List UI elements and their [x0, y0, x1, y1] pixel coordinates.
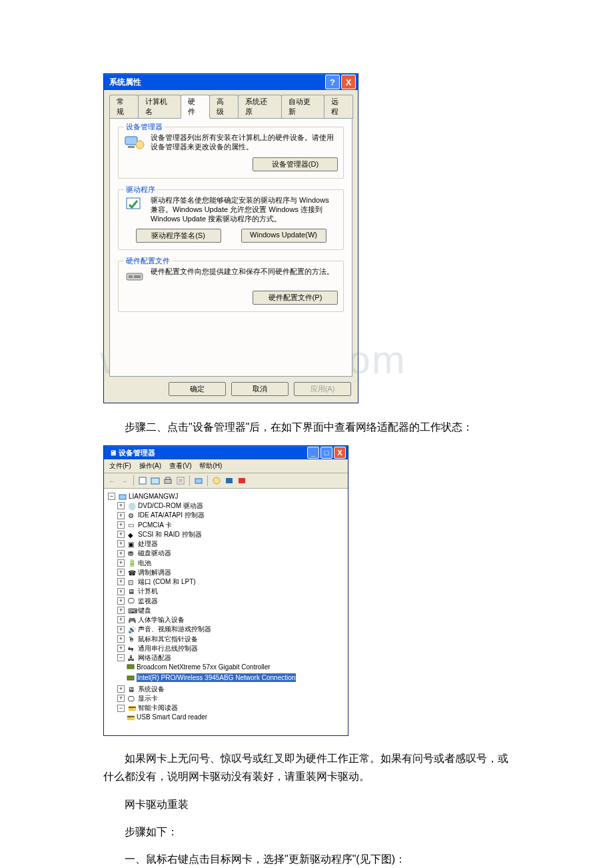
ok-button[interactable]: 确定	[169, 382, 226, 396]
toolbar-properties-icon[interactable]	[175, 475, 186, 486]
toolbar-icon[interactable]	[211, 475, 222, 486]
svg-rect-1	[128, 146, 135, 148]
hardware-profile-icon	[124, 267, 145, 285]
svg-rect-6	[134, 275, 141, 278]
tree-node[interactable]: +🖵显示卡	[117, 694, 158, 703]
toolbar-icon[interactable]	[137, 475, 148, 486]
tree-node[interactable]: +⚙IDE ATA/ATAPI 控制器	[117, 511, 205, 520]
doc-paragraph-result: 如果网卡上无问号、惊叹号或红叉即为硬件工作正常。如果有问号或者感叹号，或什么都没…	[103, 749, 510, 785]
menubar: 文件(F) 操作(A) 查看(V) 帮助(H)	[104, 459, 348, 473]
hardware-profiles-button[interactable]: 硬件配置文件(P)	[253, 291, 338, 305]
driver-signing-icon	[124, 195, 145, 214]
tree-leaf-nic-selected[interactable]: Intel(R) PRO/Wireless 3945ABG Network Co…	[127, 673, 296, 683]
tab-auto-update[interactable]: 自动更新	[281, 95, 325, 119]
menu-view[interactable]: 查看(V)	[167, 461, 194, 471]
device-tree: −LIANGMANGWJ +💿DVD/CD-ROM 驱动器 +⚙IDE ATA/…	[104, 489, 348, 735]
tree-node[interactable]: +💿DVD/CD-ROM 驱动器	[117, 501, 203, 511]
group-text: 设备管理器列出所有安装在计算机上的硬件设备。请使用设备管理器来更改设备的属性。	[151, 133, 338, 152]
cancel-button[interactable]: 取消	[231, 382, 289, 396]
svg-rect-7	[139, 477, 146, 484]
tree-leaf-nic[interactable]: Broadcom NetXtreme 57xx Gigabit Controll…	[127, 663, 271, 672]
toolbar-icon[interactable]	[193, 475, 204, 486]
group-drivers: 驱动程序 驱动程序签名使您能够确定安装的驱动程序与 Windows 兼容。Win…	[118, 189, 344, 251]
driver-signing-button[interactable]: 驱动程序签名(S)	[136, 229, 221, 243]
tree-node[interactable]: +🖥计算机	[117, 587, 158, 596]
tree-node[interactable]: +⛃磁盘驱动器	[117, 549, 171, 558]
group-legend: 设备管理器	[124, 122, 165, 132]
tree-node[interactable]: +🖱鼠标和其它指针设备	[117, 635, 198, 644]
toolbar: ← →	[104, 473, 348, 489]
maximize-button[interactable]: □	[320, 447, 332, 459]
help-button[interactable]: ?	[325, 75, 340, 89]
svg-rect-15	[239, 478, 245, 483]
tree-leaf[interactable]: 💳USB Smart Card reader	[127, 713, 207, 722]
nav-back-icon[interactable]: ←	[107, 475, 117, 486]
tree-node[interactable]: +◆SCSI 和 RAID 控制器	[117, 530, 202, 539]
tree-node[interactable]: +☎调制解调器	[117, 568, 171, 577]
tab-strip: 常规 计算机名 硬件 高级 系统还原 自动更新 远程	[104, 90, 358, 118]
menu-file[interactable]: 文件(F)	[107, 461, 134, 471]
app-icon: 🖥	[109, 449, 117, 457]
tree-node[interactable]: +🖵监视器	[117, 597, 158, 606]
svg-rect-14	[226, 478, 233, 483]
group-legend: 驱动程序	[124, 185, 157, 195]
group-hardware-profiles: 硬件配置文件 硬件配置文件向您提供建立和保存不同硬件配置的方法。 硬件配置文件(…	[118, 261, 344, 312]
svg-rect-18	[127, 676, 134, 680]
dialog-title: 系统属性	[109, 77, 141, 88]
svg-rect-16	[119, 495, 126, 499]
tab-hardware[interactable]: 硬件	[181, 95, 210, 119]
dialog-bottom-buttons: 确定 取消 应用(A)	[104, 382, 358, 403]
tree-node-network[interactable]: −🖧网络适配器	[117, 653, 171, 663]
menu-help[interactable]: 帮助(H)	[197, 461, 225, 471]
doc-paragraph-steps: 步骤如下：	[103, 823, 510, 841]
tab-computer-name[interactable]: 计算机名	[138, 95, 182, 119]
svg-rect-8	[151, 478, 159, 484]
tree-node[interactable]: +🔋电池	[117, 559, 151, 568]
device-manager-icon	[124, 133, 145, 151]
svg-rect-9	[165, 479, 171, 483]
device-manager-window: 🖥 设备管理器 _ □ X 文件(F) 操作(A) 查看(V) 帮助(H) ← …	[103, 445, 348, 736]
tree-node[interactable]: +⊡端口 (COM 和 LPT)	[117, 577, 196, 587]
tree-node-smartcard[interactable]: −💳智能卡阅读器	[117, 703, 178, 713]
tree-node[interactable]: +🔊声音、视频和游戏控制器	[117, 625, 211, 634]
tree-node[interactable]: +⌨键盘	[117, 606, 151, 615]
close-button[interactable]: X	[341, 75, 356, 89]
tree-node[interactable]: +▭PCMCIA 卡	[117, 521, 172, 530]
device-manager-button[interactable]: 设备管理器(D)	[253, 157, 338, 171]
doc-paragraph-step1: 一、鼠标右键点击目标网卡，选择"更新驱动程序"(见下图)：	[103, 850, 510, 868]
apply-button[interactable]: 应用(A)	[294, 382, 351, 396]
tab-panel: 设备管理器 设备管理器列出所有安装在计算机上的硬件设备。请使用设备管理器来更改设…	[109, 118, 352, 377]
nav-forward-icon[interactable]: →	[119, 475, 130, 486]
tab-system-restore[interactable]: 系统还原	[238, 95, 282, 119]
tab-general[interactable]: 常规	[109, 95, 139, 119]
group-text: 硬件配置文件向您提供建立和保存不同硬件配置的方法。	[151, 267, 338, 276]
tree-node[interactable]: +⇆通用串行总线控制器	[117, 644, 198, 653]
toolbar-icon[interactable]	[150, 475, 161, 486]
system-properties-dialog: 系统属性 ? X 常规 计算机名 硬件 高级 系统还原 自动更新 远程 设备管理…	[103, 73, 358, 403]
svg-rect-10	[166, 477, 170, 479]
tab-remote[interactable]: 远程	[324, 95, 353, 119]
svg-rect-5	[129, 275, 133, 278]
tree-node[interactable]: +🎮人体学输入设备	[117, 615, 185, 625]
doc-paragraph-step2: 步骤二、点击"设备管理器"后，在如下界面中查看网络适配器的工作状态：	[103, 418, 510, 436]
titlebar: 🖥 设备管理器 _ □ X	[104, 446, 348, 459]
titlebar: 系统属性 ? X	[104, 74, 358, 90]
svg-rect-17	[127, 665, 134, 669]
toolbar-print-icon[interactable]	[163, 475, 173, 486]
window-title: 设备管理器	[119, 448, 155, 458]
svg-rect-0	[125, 137, 137, 145]
menu-action[interactable]: 操作(A)	[137, 461, 164, 471]
tree-node[interactable]: +🖥系统设备	[117, 685, 165, 694]
svg-point-13	[213, 477, 220, 484]
tab-advanced[interactable]: 高级	[209, 95, 239, 119]
tree-node[interactable]: +▣处理器	[117, 539, 158, 549]
group-text: 驱动程序签名使您能够确定安装的驱动程序与 Windows 兼容。Windows …	[151, 195, 338, 224]
close-button[interactable]: X	[334, 447, 346, 459]
group-device-manager: 设备管理器 设备管理器列出所有安装在计算机上的硬件设备。请使用设备管理器来更改设…	[118, 127, 344, 179]
doc-paragraph-heading: 网卡驱动重装	[103, 795, 510, 813]
windows-update-button[interactable]: Windows Update(W)	[241, 229, 326, 243]
toolbar-icon[interactable]	[237, 475, 247, 486]
tree-root[interactable]: −LIANGMANGWJ	[108, 492, 178, 501]
toolbar-scan-icon[interactable]	[224, 475, 235, 486]
minimize-button[interactable]: _	[307, 447, 319, 459]
